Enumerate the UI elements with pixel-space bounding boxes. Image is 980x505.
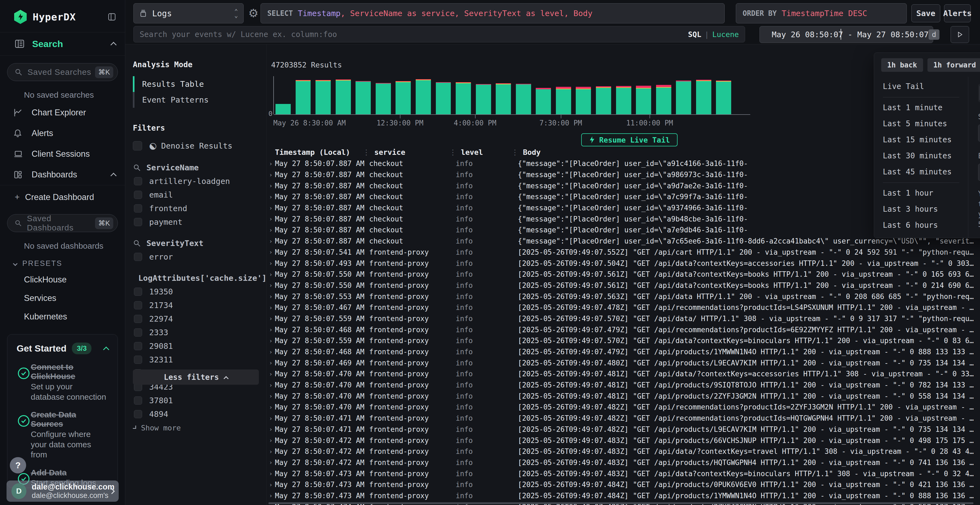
table-row[interactable]: ›May 27 8:50:07.550 AMfrontend-proxyinfo… [267, 280, 980, 291]
filter-checkbox[interactable] [134, 315, 142, 323]
shift-back-button[interactable]: 1h back [881, 58, 923, 72]
analysis-mode-option[interactable]: Results Table [133, 76, 259, 92]
filter-value-row[interactable]: 22974 [133, 314, 259, 324]
time-preset-last-5-minutes[interactable]: Last 5 minutes [874, 116, 968, 132]
preset-clickhouse[interactable]: ClickHouse [0, 270, 125, 289]
histogram-bar[interactable] [536, 88, 551, 114]
chevron-up-icon[interactable] [103, 346, 110, 353]
filter-checkbox[interactable] [134, 342, 142, 350]
user-menu[interactable]: D dale@clickhouse.com dale@clickhouse.co… [6, 481, 119, 502]
table-row[interactable]: ›May 27 8:50:07.470 AMfrontend-proxyinfo… [267, 391, 980, 402]
histogram-bar[interactable] [296, 80, 311, 114]
column-resize-handle[interactable]: ⋮ [511, 148, 519, 156]
histogram-bar[interactable] [596, 86, 611, 114]
filter-value-row[interactable]: 2333 [133, 328, 259, 337]
show-more-button[interactable]: Show more [133, 424, 259, 432]
table-row[interactable]: ›May 27 8:50:07.541 AMfrontend-proxyinfo… [267, 247, 980, 258]
saved-searches-input[interactable]: Saved Searches ⌘K [7, 63, 118, 81]
histogram-bar[interactable] [275, 104, 291, 114]
row-expand-icon[interactable]: › [269, 437, 275, 444]
time-preset-last-15-minutes[interactable]: Last 15 minutes [874, 132, 968, 148]
histogram-bar[interactable] [496, 83, 511, 114]
table-row[interactable]: ›May 27 8:50:07.887 AMcheckoutinfo{"mess… [267, 224, 980, 236]
horizontal-scrollbar[interactable] [269, 502, 974, 504]
run-query-button[interactable] [951, 26, 969, 43]
preset-services[interactable]: Services [0, 289, 125, 308]
date-range-input[interactable]: May 26 08:50:07 - May 27 08:50:07 d [759, 26, 933, 43]
table-row[interactable]: ›May 27 8:50:07.473 AMfrontend-proxyinfo… [267, 479, 980, 490]
row-expand-icon[interactable]: › [269, 172, 275, 178]
row-expand-icon[interactable]: › [269, 216, 275, 222]
checklist-item-sources[interactable]: Create Data SourcesConfigure where your … [17, 410, 108, 460]
row-expand-icon[interactable]: › [269, 293, 275, 300]
row-expand-icon[interactable]: › [269, 415, 275, 422]
table-row[interactable]: ›May 27 8:50:07.887 AMcheckoutinfo{"mess… [267, 191, 980, 202]
filter-checkbox[interactable] [134, 410, 142, 418]
sql-toggle[interactable]: SQL [688, 30, 701, 39]
less-filters-button[interactable]: Less filters [133, 370, 259, 385]
table-row[interactable]: ›May 27 8:50:07.472 AMfrontend-proxyinfo… [267, 435, 980, 446]
filter-group-name[interactable]: LogAttributes['cache.size'] [133, 273, 259, 283]
filter-value-row[interactable]: 19350 [133, 287, 259, 296]
order-by-input[interactable]: ORDER BY TimestampTime DESC [736, 3, 907, 24]
table-row[interactable]: ›May 27 8:50:07.887 AMcheckoutinfo{"mess… [267, 236, 980, 247]
filter-value-row[interactable]: 29081 [133, 341, 259, 351]
histogram-bar[interactable] [696, 80, 711, 114]
filter-group-name[interactable]: SeverityText [133, 239, 259, 248]
sidebar-collapse-icon[interactable] [107, 12, 117, 22]
alerts-button[interactable]: Alerts [944, 4, 971, 22]
table-row[interactable]: ›May 27 8:50:07.887 AMcheckoutinfo{"mess… [267, 213, 980, 224]
filter-checkbox[interactable] [134, 191, 142, 199]
row-expand-icon[interactable]: › [269, 359, 275, 366]
table-row[interactable]: ›May 27 8:50:07.473 AMfrontend-proxyinfo… [267, 468, 980, 479]
table-row[interactable]: ›May 27 8:50:07.493 AMfrontend-proxyinfo… [267, 258, 980, 269]
histogram-bar[interactable] [396, 81, 411, 114]
filter-value-row[interactable]: 21734 [133, 301, 259, 310]
row-expand-icon[interactable]: › [269, 205, 275, 211]
row-expand-icon[interactable]: › [269, 194, 275, 200]
row-expand-icon[interactable]: › [269, 271, 275, 278]
row-expand-icon[interactable]: › [269, 160, 275, 167]
create-dashboard-button[interactable]: +Create Dashboard [0, 185, 125, 206]
source-settings-gear-icon[interactable]: ⚙ [248, 6, 259, 20]
row-expand-icon[interactable]: › [269, 492, 275, 499]
filter-checkbox[interactable] [134, 287, 142, 296]
row-expand-icon[interactable]: › [269, 282, 275, 289]
sidebar-item-chart-explorer[interactable]: Chart Explorer [0, 102, 125, 123]
histogram-bar[interactable] [556, 87, 571, 114]
histogram-bar[interactable] [616, 86, 631, 114]
sidebar-item-search[interactable]: Search [0, 32, 125, 56]
time-preset-last-45-minutes[interactable]: Last 45 minutes [874, 164, 968, 180]
lucene-toggle[interactable]: Lucene [712, 30, 739, 39]
row-expand-icon[interactable]: › [269, 404, 275, 411]
histogram-bar[interactable] [576, 87, 591, 114]
filter-value-row[interactable]: error [133, 252, 259, 262]
histogram-bar[interactable] [315, 80, 331, 114]
saved-dashboards-input[interactable]: Saved Dashboards ⌘K [7, 214, 118, 232]
row-expand-icon[interactable]: › [269, 337, 275, 344]
row-expand-icon[interactable]: › [269, 459, 275, 466]
table-row[interactable]: ›May 27 8:50:07.470 AMfrontend-proxyinfo… [267, 402, 980, 413]
filter-value-row[interactable]: email [133, 190, 259, 199]
time-preset-last-1-minute[interactable]: Last 1 minute [874, 100, 968, 116]
table-row[interactable]: ›May 27 8:50:07.470 AMfrontend-proxyinfo… [267, 380, 980, 391]
sidebar-item-dashboards[interactable]: Dashboards [0, 164, 125, 185]
row-expand-icon[interactable]: › [269, 470, 275, 477]
table-row[interactable]: ›May 27 8:50:07.559 AMfrontend-proxyinfo… [267, 335, 980, 346]
row-expand-icon[interactable]: › [269, 481, 275, 488]
column-resize-handle[interactable]: ⋮ [363, 148, 370, 156]
histogram-bar[interactable] [676, 81, 691, 114]
table-row[interactable]: ›May 27 8:50:07.471 AMfrontend-proxyinfo… [267, 413, 980, 424]
sidebar-item-alerts[interactable]: Alerts [0, 123, 125, 144]
table-row[interactable]: ›May 27 8:50:07.553 AMfrontend-proxyinfo… [267, 291, 980, 302]
denoise-checkbox[interactable] [133, 141, 142, 151]
filter-checkbox[interactable] [134, 204, 142, 213]
table-row[interactable]: ›May 27 8:50:07.887 AMcheckoutinfo{"mess… [267, 180, 980, 191]
row-expand-icon[interactable]: › [269, 227, 275, 233]
filter-value-row[interactable]: 37801 [133, 396, 259, 405]
histogram-bar[interactable] [336, 79, 351, 114]
histogram-bar[interactable] [716, 81, 731, 114]
table-row[interactable]: ›May 27 8:50:07.887 AMcheckoutinfo{"mess… [267, 158, 980, 169]
time-preset-live-tail[interactable]: Live Tail [874, 78, 968, 94]
table-row[interactable]: ›May 27 8:50:07.468 AMfrontend-proxyinfo… [267, 346, 980, 357]
